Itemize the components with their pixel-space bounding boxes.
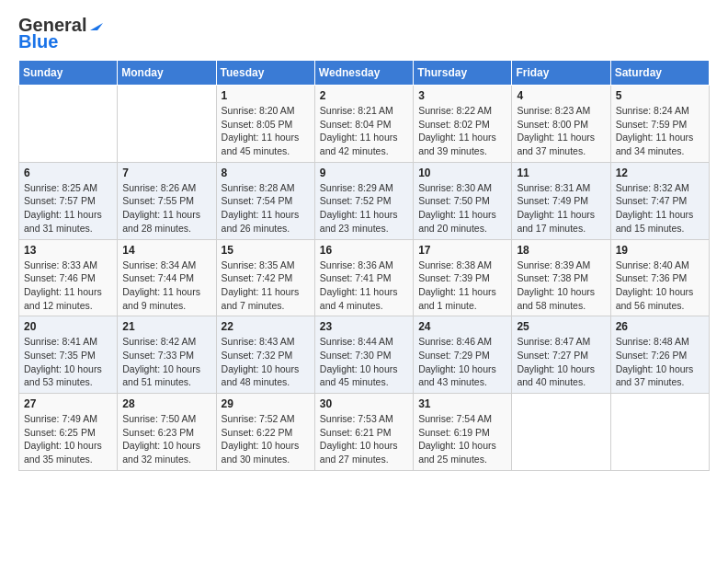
day-number: 19 <box>616 244 704 257</box>
day-info: Sunrise: 8:20 AMSunset: 8:05 PMDaylight:… <box>222 104 310 158</box>
day-info: Sunrise: 8:43 AMSunset: 7:32 PMDaylight:… <box>222 335 310 389</box>
calendar-cell: 20Sunrise: 8:41 AMSunset: 7:35 PMDayligh… <box>19 316 118 394</box>
day-number: 20 <box>24 320 112 333</box>
logo: General Blue <box>18 15 105 52</box>
day-info: Sunrise: 7:53 AMSunset: 6:21 PMDaylight:… <box>320 412 408 466</box>
day-info: Sunrise: 8:21 AMSunset: 8:04 PMDaylight:… <box>320 104 408 158</box>
day-info: Sunrise: 8:36 AMSunset: 7:41 PMDaylight:… <box>320 259 408 313</box>
day-info: Sunrise: 8:24 AMSunset: 7:59 PMDaylight:… <box>616 104 704 158</box>
calendar-cell: 30Sunrise: 7:53 AMSunset: 6:21 PMDayligh… <box>314 394 413 471</box>
day-of-week-header: Monday <box>118 61 216 86</box>
day-info: Sunrise: 8:32 AMSunset: 7:47 PMDaylight:… <box>616 181 704 236</box>
day-info: Sunrise: 8:25 AMSunset: 7:57 PMDaylight:… <box>24 181 112 236</box>
calendar-cell: 4Sunrise: 8:23 AMSunset: 8:00 PMDaylight… <box>512 86 610 163</box>
day-info: Sunrise: 8:35 AMSunset: 7:42 PMDaylight:… <box>222 259 310 313</box>
calendar-cell <box>512 394 610 471</box>
calendar-cell: 3Sunrise: 8:22 AMSunset: 8:02 PMDaylight… <box>414 86 512 163</box>
day-number: 1 <box>222 89 310 102</box>
day-info: Sunrise: 8:26 AMSunset: 7:55 PMDaylight:… <box>122 181 210 236</box>
calendar-cell: 14Sunrise: 8:34 AMSunset: 7:44 PMDayligh… <box>118 239 216 316</box>
day-info: Sunrise: 7:50 AMSunset: 6:23 PMDaylight:… <box>122 412 210 466</box>
calendar-cell: 25Sunrise: 8:47 AMSunset: 7:27 PMDayligh… <box>512 316 610 394</box>
calendar-cell: 15Sunrise: 8:35 AMSunset: 7:42 PMDayligh… <box>216 239 314 316</box>
day-number: 21 <box>122 320 210 333</box>
day-info: Sunrise: 8:22 AMSunset: 8:02 PMDaylight:… <box>418 104 506 158</box>
day-number: 15 <box>222 244 310 257</box>
day-info: Sunrise: 7:49 AMSunset: 6:25 PMDaylight:… <box>24 412 112 466</box>
calendar-cell: 7Sunrise: 8:26 AMSunset: 7:55 PMDaylight… <box>118 162 216 239</box>
calendar-cell: 1Sunrise: 8:20 AMSunset: 8:05 PMDaylight… <box>216 86 314 163</box>
svg-marker-0 <box>90 23 103 30</box>
day-number: 25 <box>517 320 605 333</box>
calendar-cell: 18Sunrise: 8:39 AMSunset: 7:38 PMDayligh… <box>512 239 610 316</box>
calendar-cell: 13Sunrise: 8:33 AMSunset: 7:46 PMDayligh… <box>19 239 118 316</box>
calendar-cell <box>118 86 216 163</box>
calendar-cell: 11Sunrise: 8:31 AMSunset: 7:49 PMDayligh… <box>512 162 610 239</box>
calendar-cell: 27Sunrise: 7:49 AMSunset: 6:25 PMDayligh… <box>19 394 118 471</box>
day-info: Sunrise: 8:31 AMSunset: 7:49 PMDaylight:… <box>517 181 605 236</box>
calendar-cell: 16Sunrise: 8:36 AMSunset: 7:41 PMDayligh… <box>314 239 413 316</box>
day-number: 8 <box>222 167 310 179</box>
day-info: Sunrise: 8:23 AMSunset: 8:00 PMDaylight:… <box>517 104 605 158</box>
calendar-cell: 29Sunrise: 7:52 AMSunset: 6:22 PMDayligh… <box>216 394 314 471</box>
calendar-cell: 31Sunrise: 7:54 AMSunset: 6:19 PMDayligh… <box>414 394 512 471</box>
day-info: Sunrise: 7:52 AMSunset: 6:22 PMDaylight:… <box>222 412 310 466</box>
day-number: 11 <box>517 167 605 179</box>
calendar-cell <box>19 86 118 163</box>
day-info: Sunrise: 8:44 AMSunset: 7:30 PMDaylight:… <box>320 335 408 389</box>
day-number: 12 <box>616 167 704 179</box>
day-number: 3 <box>418 89 506 102</box>
day-number: 28 <box>122 397 210 410</box>
calendar-cell: 21Sunrise: 8:42 AMSunset: 7:33 PMDayligh… <box>118 316 216 394</box>
day-number: 31 <box>418 397 506 410</box>
day-of-week-header: Wednesday <box>314 61 413 86</box>
day-number: 29 <box>222 397 310 410</box>
day-info: Sunrise: 8:47 AMSunset: 7:27 PMDaylight:… <box>517 335 605 389</box>
day-of-week-header: Tuesday <box>216 61 314 86</box>
calendar-cell: 19Sunrise: 8:40 AMSunset: 7:36 PMDayligh… <box>610 239 709 316</box>
day-number: 13 <box>24 244 112 257</box>
day-info: Sunrise: 8:40 AMSunset: 7:36 PMDaylight:… <box>616 259 704 313</box>
calendar-cell: 5Sunrise: 8:24 AMSunset: 7:59 PMDaylight… <box>610 86 709 163</box>
day-number: 16 <box>320 244 408 257</box>
header: General Blue <box>18 15 710 52</box>
calendar-cell: 6Sunrise: 8:25 AMSunset: 7:57 PMDaylight… <box>19 162 118 239</box>
calendar-week-row: 27Sunrise: 7:49 AMSunset: 6:25 PMDayligh… <box>19 394 710 471</box>
day-info: Sunrise: 8:41 AMSunset: 7:35 PMDaylight:… <box>24 335 112 389</box>
day-number: 9 <box>320 167 408 179</box>
calendar-cell: 12Sunrise: 8:32 AMSunset: 7:47 PMDayligh… <box>610 162 709 239</box>
page: General Blue SundayMondayTuesdayWednesda… <box>0 0 728 486</box>
calendar-week-row: 1Sunrise: 8:20 AMSunset: 8:05 PMDaylight… <box>19 86 710 163</box>
calendar-week-row: 20Sunrise: 8:41 AMSunset: 7:35 PMDayligh… <box>19 316 710 394</box>
day-info: Sunrise: 8:39 AMSunset: 7:38 PMDaylight:… <box>517 259 605 313</box>
day-number: 27 <box>24 397 112 410</box>
day-info: Sunrise: 8:48 AMSunset: 7:26 PMDaylight:… <box>616 335 704 389</box>
calendar-cell: 2Sunrise: 8:21 AMSunset: 8:04 PMDaylight… <box>314 86 413 163</box>
calendar-cell <box>610 394 709 471</box>
day-number: 17 <box>418 244 506 257</box>
day-of-week-header: Sunday <box>19 61 118 86</box>
day-info: Sunrise: 8:34 AMSunset: 7:44 PMDaylight:… <box>122 259 210 313</box>
day-number: 22 <box>222 320 310 333</box>
day-number: 18 <box>517 244 605 257</box>
day-of-week-header: Thursday <box>414 61 512 86</box>
calendar-cell: 26Sunrise: 8:48 AMSunset: 7:26 PMDayligh… <box>610 316 709 394</box>
day-number: 24 <box>418 320 506 333</box>
calendar-cell: 28Sunrise: 7:50 AMSunset: 6:23 PMDayligh… <box>118 394 216 471</box>
calendar-header-row: SundayMondayTuesdayWednesdayThursdayFrid… <box>19 61 710 86</box>
day-info: Sunrise: 7:54 AMSunset: 6:19 PMDaylight:… <box>418 412 506 466</box>
day-info: Sunrise: 8:46 AMSunset: 7:29 PMDaylight:… <box>418 335 506 389</box>
day-number: 5 <box>616 89 704 102</box>
day-number: 7 <box>122 167 210 179</box>
day-info: Sunrise: 8:29 AMSunset: 7:52 PMDaylight:… <box>320 181 408 236</box>
day-info: Sunrise: 8:42 AMSunset: 7:33 PMDaylight:… <box>122 335 210 389</box>
day-number: 14 <box>122 244 210 257</box>
calendar-cell: 8Sunrise: 8:28 AMSunset: 7:54 PMDaylight… <box>216 162 314 239</box>
day-number: 30 <box>320 397 408 410</box>
day-info: Sunrise: 8:33 AMSunset: 7:46 PMDaylight:… <box>24 259 112 313</box>
calendar-table: SundayMondayTuesdayWednesdayThursdayFrid… <box>18 60 710 471</box>
day-number: 6 <box>24 167 112 179</box>
calendar-cell: 22Sunrise: 8:43 AMSunset: 7:32 PMDayligh… <box>216 316 314 394</box>
logo-text-blue: Blue <box>18 31 58 52</box>
calendar-week-row: 13Sunrise: 8:33 AMSunset: 7:46 PMDayligh… <box>19 239 710 316</box>
